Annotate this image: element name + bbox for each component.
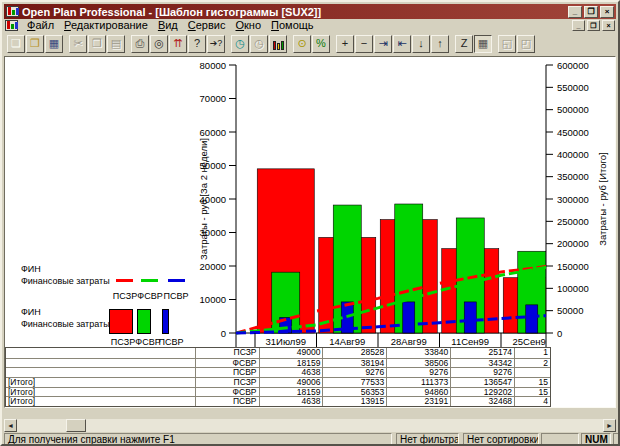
page-magnifier-icon: ◎ — [151, 36, 167, 51]
cut-button: ✂ — [69, 35, 87, 53]
left-tick-label: 10000 — [200, 294, 226, 305]
right-tick-label: 100000 — [557, 283, 589, 294]
table-cell: 77533 — [323, 378, 387, 387]
copy-button: ❐ — [88, 35, 106, 53]
scissors-icon: ✂ — [70, 36, 86, 51]
horizontal-scrollbar[interactable]: ◄ ► — [4, 419, 616, 432]
move-down-button[interactable]: ↓ — [412, 35, 430, 53]
scroll-left-icon[interactable]: ◄ — [4, 419, 17, 432]
table-cell: 23191 — [387, 397, 451, 406]
table-cell: 38506 — [387, 359, 451, 368]
menu-help[interactable]: Помощь — [266, 19, 319, 32]
table-cell — [6, 348, 196, 358]
restore-button[interactable]: ❐ — [584, 6, 598, 18]
table-row: [Итого]ПСЗР490067753311137313654715 — [6, 377, 550, 387]
window-title: Open Plan Professional - [Шаблон гистогр… — [22, 6, 568, 18]
histogram-chart: 0100002000030000400005000060000700008000… — [5, 57, 615, 348]
grid-view-button[interactable]: ▦ — [474, 35, 492, 53]
table-cell: 34342 — [451, 359, 515, 368]
scroll-right-icon[interactable]: ► — [603, 419, 616, 432]
right-tick-label: 500000 — [557, 104, 589, 115]
table-cell: ПСВР — [196, 368, 260, 377]
outdent-button[interactable]: ⇤ — [393, 35, 411, 53]
update-button[interactable]: ⇈ — [169, 35, 187, 53]
category-label: 14Авг99 — [329, 336, 365, 347]
table-cell — [6, 359, 196, 368]
chart-client-area: 0100002000030000400005000060000700008000… — [4, 56, 616, 408]
scrollbar-thumb[interactable] — [66, 419, 86, 432]
child-close-button[interactable]: × — [602, 20, 615, 31]
arrow-bar-left-icon: ⇤ — [394, 36, 410, 51]
letter-z-icon: Z — [456, 36, 472, 51]
menu-file[interactable]: Файл — [22, 19, 59, 32]
menu-window[interactable]: Окно — [230, 19, 266, 32]
open-button[interactable]: ❐ — [26, 35, 44, 53]
percent-button[interactable]: % — [312, 35, 330, 53]
table-cell: 18159 — [260, 388, 324, 397]
menu-view[interactable]: Вид — [153, 19, 183, 32]
coin-icon: ⊙ — [294, 36, 310, 51]
title-bar: Open Plan Professional - [Шаблон гистогр… — [4, 4, 616, 19]
right-tick-label: 400000 — [557, 149, 589, 160]
legend-line-swatch — [168, 279, 185, 282]
minimize-button[interactable]: _ — [568, 6, 582, 18]
toolbar: ❏❐▦✂❐▤⎙◎⇈?➔?◷◷⊙%+−⇥⇤↓↑Z▦◱◰ — [4, 32, 616, 55]
indent-button[interactable]: ⇥ — [374, 35, 392, 53]
histogram-icon — [277, 43, 280, 50]
left-axis-title: Затраты - руб [За 2 недели] — [198, 138, 209, 260]
table-cell: ПСЗР — [196, 378, 260, 387]
time-analysis-disabled-button: ◷ — [250, 35, 268, 53]
menu-edit[interactable]: Редактирование — [59, 19, 153, 32]
copy-pages-icon: ❐ — [89, 36, 105, 51]
table-cell: 1 — [515, 348, 550, 358]
table-cell: 56353 — [323, 388, 387, 397]
table-row: [Итого]ПСВР46381391523191324684 — [6, 396, 550, 406]
category-label: 28Авг99 — [391, 336, 427, 347]
child-minimize-button[interactable]: _ — [572, 20, 585, 31]
print-preview-button[interactable]: ◎ — [150, 35, 168, 53]
histogram-view-button[interactable] — [269, 35, 287, 53]
clock-icon: ◷ — [232, 36, 248, 51]
close-button[interactable]: × — [600, 6, 614, 18]
table-cell: ФСВР — [196, 388, 260, 397]
window-corner-arrow-icon: ◰ — [518, 36, 534, 51]
legend-bar-swatch — [137, 309, 151, 334]
table-cell: 111373 — [387, 378, 451, 387]
add-button[interactable]: + — [336, 35, 354, 53]
histogram-icon — [273, 41, 276, 50]
table-cell: 136547 — [451, 378, 515, 387]
bar-ПСВР-2 — [403, 302, 415, 333]
table-cell — [515, 368, 550, 377]
help-button[interactable]: ? — [188, 35, 206, 53]
legend-caption: Финансовые затраты — [21, 319, 110, 329]
cost-button[interactable]: ⊙ — [293, 35, 311, 53]
paste-button: ▤ — [107, 35, 125, 53]
table-cell: 49006 — [260, 378, 324, 387]
table-cell: 32468 — [451, 397, 515, 406]
menu-bar: ФайлРедактированиеВидСервисОкноПомощь _ … — [4, 19, 616, 32]
clipboard-icon: ▤ — [108, 36, 124, 51]
remove-button[interactable]: − — [355, 35, 373, 53]
child-restore-button[interactable]: ❐ — [587, 20, 600, 31]
new-document-button[interactable]: ❏ — [7, 35, 25, 53]
floppy-disk-icon: ▦ — [46, 36, 62, 51]
menu-service[interactable]: Сервис — [183, 19, 231, 32]
time-analysis-button[interactable]: ◷ — [231, 35, 249, 53]
table-row: ПСВР4638927692769276 — [6, 367, 550, 377]
table-cell: 129202 — [451, 388, 515, 397]
save-button[interactable]: ▦ — [45, 35, 63, 53]
context-help-button[interactable]: ➔? — [207, 35, 225, 53]
app-window: Open Plan Professional - [Шаблон гистогр… — [0, 0, 620, 446]
right-tick-label: 450000 — [557, 127, 589, 138]
table-cell: 94860 — [387, 388, 451, 397]
sort-z-button[interactable]: Z — [455, 35, 473, 53]
status-num-lock: NUM — [581, 433, 611, 446]
print-button[interactable]: ⎙ — [131, 35, 149, 53]
legend-line-swatch — [116, 279, 133, 282]
right-tick-label: 250000 — [557, 216, 589, 227]
legend-bar-swatch — [109, 309, 133, 334]
move-up-button[interactable]: ↑ — [431, 35, 449, 53]
category-label: 25Сен99 — [512, 336, 551, 347]
window-restore-down-button: ◱ — [498, 35, 516, 53]
bar-ПСВР-3 — [464, 302, 476, 333]
